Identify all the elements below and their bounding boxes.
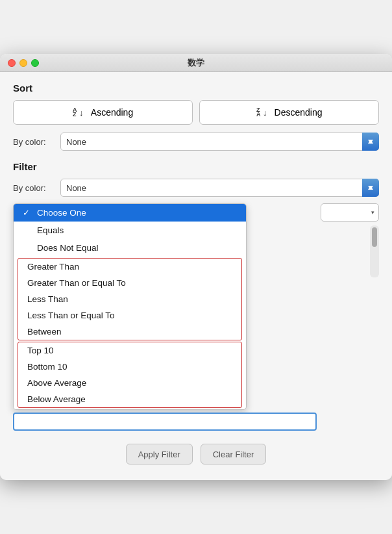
dropdown-item-label: Equals bbox=[37, 225, 64, 235]
scrollbar[interactable] bbox=[370, 225, 379, 277]
filter-secondary-dropdown[interactable]: ▾ bbox=[321, 203, 379, 222]
sort-color-select[interactable]: None bbox=[60, 133, 379, 151]
minimize-button[interactable] bbox=[19, 59, 27, 67]
right-controls: ▾ bbox=[321, 203, 379, 277]
svg-text:A: A bbox=[256, 111, 261, 117]
za-sort-icon: Z A ↓ bbox=[256, 105, 271, 120]
filter-section: Filter By color: None bbox=[13, 161, 379, 433]
filter-dropdown-container: ✓ Choose One Equals Does Not Equal bbox=[13, 203, 317, 433]
scrollbar-thumb bbox=[372, 227, 377, 247]
dropdown-item-label: Choose One bbox=[37, 208, 86, 218]
descending-label: Descending bbox=[275, 107, 323, 118]
filter-section-title: Filter bbox=[13, 161, 379, 172]
apply-filter-button[interactable]: Apply Filter bbox=[126, 444, 193, 464]
ascending-label: Ascending bbox=[91, 107, 133, 118]
dropdown-item-does-not-equal[interactable]: Does Not Equal bbox=[14, 239, 246, 257]
chevron-down-icon: ▾ bbox=[371, 209, 374, 216]
az-sort-icon: A Z ↓ bbox=[73, 105, 87, 120]
filter-value-row bbox=[13, 413, 317, 431]
filter-color-select[interactable]: None bbox=[60, 179, 379, 197]
checkmark-icon: ✓ bbox=[23, 208, 32, 218]
svg-text:Z: Z bbox=[73, 111, 77, 117]
bottom-buttons-row: Apply Filter Clear Filter bbox=[13, 444, 379, 470]
dropdown-item-less-than-or-equal[interactable]: Less Than or Equal To bbox=[18, 307, 241, 324]
ascending-button[interactable]: A Z ↓ Ascending bbox=[13, 100, 193, 125]
maximize-button[interactable] bbox=[31, 59, 39, 67]
svg-text:↓: ↓ bbox=[79, 108, 84, 117]
dropdown-item-greater-than-or-equal[interactable]: Greater Than or Equal To bbox=[18, 275, 241, 291]
sort-by-color-row: By color: None bbox=[13, 133, 379, 151]
stats-group: Top 10 Bottom 10 Above Average Below Ave… bbox=[18, 342, 242, 408]
clear-filter-button[interactable]: Clear Filter bbox=[201, 444, 267, 464]
sort-section-title: Sort bbox=[13, 83, 379, 94]
numeric-group: Greater Than Greater Than or Equal To Le… bbox=[18, 258, 242, 340]
filter-condition-area: ✓ Choose One Equals Does Not Equal bbox=[13, 203, 379, 433]
sort-section: Sort A Z ↓ Ascending Z bbox=[13, 83, 379, 151]
titlebar: 数学 bbox=[0, 54, 392, 72]
descending-button[interactable]: Z A ↓ Descending bbox=[199, 100, 379, 125]
dropdown-item-below-average[interactable]: Below Average bbox=[18, 391, 241, 407]
dropdown-item-equals[interactable]: Equals bbox=[14, 222, 246, 239]
dropdown-item-bottom-10[interactable]: Bottom 10 bbox=[18, 359, 241, 375]
traffic-lights bbox=[8, 59, 39, 67]
sort-by-color-label: By color: bbox=[13, 137, 55, 147]
dropdown-item-choose-one[interactable]: ✓ Choose One bbox=[14, 204, 246, 222]
dropdown-item-less-than[interactable]: Less Than bbox=[18, 291, 241, 307]
sort-color-select-wrapper: None bbox=[60, 133, 379, 151]
dropdown-item-between[interactable]: Between bbox=[18, 324, 241, 340]
close-button[interactable] bbox=[8, 59, 16, 67]
filter-color-select-wrapper: None bbox=[60, 179, 379, 197]
content-area: Sort A Z ↓ Ascending Z bbox=[0, 72, 392, 480]
filter-value-input[interactable] bbox=[13, 413, 317, 431]
svg-text:↓: ↓ bbox=[263, 108, 267, 117]
dropdown-item-greater-than[interactable]: Greater Than bbox=[18, 259, 241, 275]
window-title: 数学 bbox=[188, 57, 204, 69]
sort-buttons-row: A Z ↓ Ascending Z A ↓ bbox=[13, 100, 379, 125]
dropdown-item-label: Does Not Equal bbox=[37, 243, 99, 253]
dropdown-item-top-10[interactable]: Top 10 bbox=[18, 342, 241, 359]
dropdown-item-above-average[interactable]: Above Average bbox=[18, 375, 241, 391]
filter-by-color-label: By color: bbox=[13, 183, 55, 193]
filter-by-color-row: By color: None bbox=[13, 179, 379, 197]
filter-condition-dropdown[interactable]: ✓ Choose One Equals Does Not Equal bbox=[13, 203, 247, 410]
main-window: 数学 Sort A Z ↓ Ascending bbox=[0, 54, 392, 480]
